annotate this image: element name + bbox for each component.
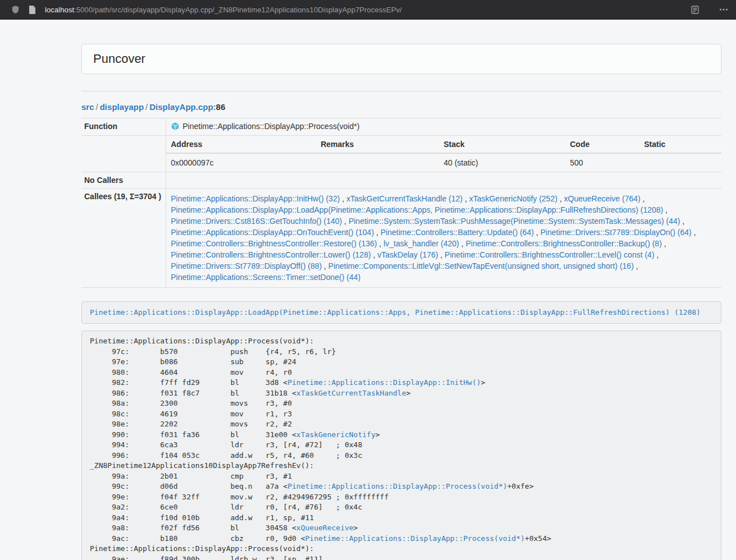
no-callers-label: No Callers	[81, 172, 166, 189]
url-bar[interactable]: localhost:5000/path/src/displayapp/Displ…	[45, 6, 682, 14]
breadcrumb-separator: /	[94, 102, 100, 112]
table-row: Callees (19, Σ=3704 ) Pinetime::Applicat…	[81, 189, 721, 288]
callee-link[interactable]: lv_task_handler (420)	[383, 239, 459, 248]
page-title: Puncover	[93, 52, 145, 66]
chrome-right-icons	[691, 6, 728, 14]
callee-link[interactable]: Pinetime::Drivers::Cst816S::GetTouchInfo…	[171, 217, 342, 226]
breadcrumb-src-link[interactable]: src	[81, 102, 94, 112]
col-header-remarks: Remarks	[316, 136, 439, 153]
callee-link[interactable]: Pinetime::Drivers::St7789::DisplayOn() (…	[541, 228, 692, 237]
address-value: 0x0000097c	[166, 153, 316, 172]
table-row: No Callers	[81, 172, 721, 189]
callee-link[interactable]: Pinetime::Controllers::BrightnessControl…	[465, 239, 661, 248]
shield-icon[interactable]	[11, 5, 20, 14]
stats-table: Address Remarks Stack Code Static 0x0000…	[166, 136, 721, 172]
callees-list: Pinetime::Applications::DisplayApp::Init…	[166, 189, 721, 288]
callee-link[interactable]: xQueueReceive (764)	[564, 194, 641, 203]
url-host: localhost	[45, 6, 74, 14]
symbol-link[interactable]: xQueueReceive	[296, 524, 354, 532]
static-value	[639, 153, 721, 172]
breadcrumb: src/displayapp/DisplayApp.cpp:86	[81, 102, 721, 112]
divider	[81, 91, 721, 91]
callees-label: Callees (19, Σ=3704 )	[81, 189, 166, 288]
browser-chrome: localhost:5000/path/src/displayapp/Displ…	[0, 0, 736, 20]
symbol-link[interactable]: Pinetime::Applications::DisplayApp::Init…	[287, 378, 481, 387]
symbol-link[interactable]: Pinetime::Applications::DisplayApp::Proc…	[305, 534, 525, 543]
callee-link[interactable]: xTaskGenericNotify (252)	[469, 194, 557, 203]
table-row: 0x0000097c 40 (static) 500	[166, 153, 721, 172]
col-header-stack: Stack	[439, 136, 565, 153]
callee-link[interactable]: Pinetime::Controllers::BrightnessControl…	[171, 239, 377, 248]
breadcrumb-displayapp-link[interactable]: displayapp	[100, 102, 144, 112]
function-name-cell: Pinetime::Applications::DisplayApp::Proc…	[166, 118, 721, 136]
breadcrumb-line-number: 86	[216, 102, 226, 112]
callee-link[interactable]: Pinetime::Drivers::St7789::DisplayOff() …	[171, 261, 322, 270]
col-header-address: Address	[166, 136, 316, 153]
callee-link[interactable]: xTaskGetCurrentTaskHandle (12)	[346, 194, 463, 203]
table-row: Function Pinetime::Applications::Display…	[81, 118, 721, 136]
col-header-code: Code	[565, 136, 639, 153]
table-row: Address Remarks Stack Code Static	[166, 136, 721, 153]
breadcrumb-file-link[interactable]: DisplayApp.cpp:	[149, 102, 216, 112]
stats-cell: Address Remarks Stack Code Static 0x0000…	[166, 136, 721, 172]
code-value: 500	[565, 153, 639, 172]
symbol-link[interactable]: xTaskGenericNotify	[296, 430, 376, 439]
callee-link[interactable]: Pinetime::Controllers::Battery::Update()…	[381, 228, 534, 237]
callee-link[interactable]: Pinetime::Applications::Screens::Timer::…	[171, 273, 360, 282]
function-info-table: Function Pinetime::Applications::Display…	[81, 118, 721, 288]
callee-link[interactable]: vTaskDelay (176)	[377, 250, 438, 259]
col-header-static: Static	[639, 136, 721, 153]
disassembly: Pinetime::Applications::DisplayApp::Proc…	[81, 331, 721, 560]
remarks-value	[316, 153, 439, 172]
url-path: :5000/path/src/displayapp/DisplayApp.cpp…	[74, 6, 402, 14]
callers-cell	[166, 172, 721, 189]
function-name: Pinetime::Applications::DisplayApp::Proc…	[182, 122, 359, 131]
highlighted-symbol-link[interactable]: Pinetime::Applications::DisplayApp::Load…	[90, 308, 701, 316]
symbol-link[interactable]: Pinetime::Applications::DisplayApp::Proc…	[287, 482, 507, 490]
function-row-label: Function	[81, 118, 166, 136]
app-header-panel: Puncover	[81, 44, 721, 74]
callee-link[interactable]: Pinetime::Applications::DisplayApp::Load…	[171, 205, 663, 214]
breadcrumb-separator: /	[144, 102, 149, 112]
empty-label-cell	[81, 136, 166, 172]
function-icon	[171, 122, 179, 132]
callee-link[interactable]: Pinetime::Applications::DisplayApp::OnTo…	[171, 228, 374, 237]
page-document-icon[interactable]	[29, 6, 36, 14]
callee-link[interactable]: Pinetime::Components::LittleVgl::SetNewT…	[328, 261, 634, 270]
callee-link[interactable]: Pinetime::System::SystemTask::PushMessag…	[349, 217, 680, 226]
page-content: Puncover src/displayapp/DisplayApp.cpp:8…	[81, 44, 721, 560]
table-row: Address Remarks Stack Code Static 0x0000…	[81, 136, 721, 172]
highlighted-symbol-panel: Pinetime::Applications::DisplayApp::Load…	[81, 301, 721, 324]
reader-view-icon[interactable]	[691, 6, 699, 14]
symbol-link[interactable]: xTaskGetCurrentTaskHandle	[296, 389, 406, 397]
stack-value: 40 (static)	[439, 153, 565, 172]
callee-link[interactable]: Pinetime::Controllers::BrightnessControl…	[445, 250, 654, 259]
callee-link[interactable]: Pinetime::Controllers::BrightnessControl…	[171, 250, 371, 259]
callee-link[interactable]: Pinetime::Applications::DisplayApp::Init…	[171, 194, 340, 203]
overflow-menu-icon[interactable]	[719, 8, 728, 11]
